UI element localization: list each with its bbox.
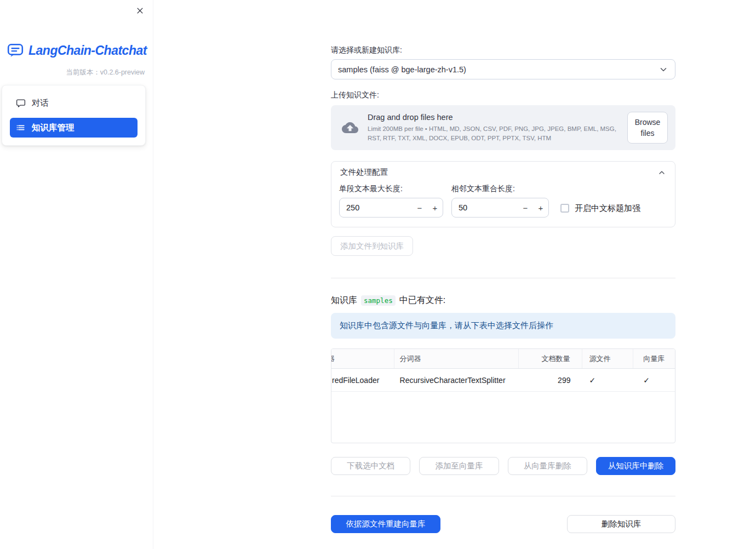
table-row[interactable]: redFileLoader RecursiveCharacterTextSpli…: [331, 369, 675, 392]
app-logo: LangChain-Chatchat: [7, 42, 153, 59]
section-divider: [331, 496, 675, 496]
file-actions-row: 下载选中文档 添加至向量库 从向量库删除 从知识库中删除: [331, 457, 675, 475]
list-icon: [16, 123, 26, 133]
kb-files-heading-prefix: 知识库: [331, 295, 357, 306]
section-divider: [331, 278, 675, 278]
add-files-to-kb-button[interactable]: 添加文件到知识库: [331, 236, 413, 256]
kb-select[interactable]: samples (faiss @ bge-large-zh-v1.5): [331, 59, 675, 79]
chunk-size-input[interactable]: 250 − +: [339, 198, 443, 218]
chunk-size-label: 单段文本最大长度:: [339, 184, 443, 194]
upload-cloud-icon: [340, 119, 360, 136]
chunk-overlap-increment-button[interactable]: +: [533, 203, 548, 213]
chunk-overlap-decrement-button[interactable]: −: [518, 203, 533, 213]
sidebar-menu: 对话 知识库管理: [2, 85, 146, 146]
sidebar-item-knowledge-base[interactable]: 知识库管理: [10, 118, 138, 138]
chevron-down-icon: [658, 65, 668, 75]
table-header-row: 器 分词器 文档数量 源文件 向量库: [331, 349, 675, 369]
version-label: 当前版本：: [66, 68, 100, 76]
chunk-overlap-label: 相邻文本重合长度:: [451, 184, 549, 194]
table-header-source-file[interactable]: 源文件: [582, 349, 633, 368]
menu-item-label: 知识库管理: [32, 122, 75, 134]
check-icon: ✓: [643, 376, 650, 385]
file-config-expander-header[interactable]: 文件处理配置: [331, 162, 675, 183]
kb-files-table[interactable]: 器 分词器 文档数量 源文件 向量库 redFileLoader Recursi…: [331, 348, 675, 443]
kb-files-heading-suffix: 中已有文件:: [399, 295, 445, 306]
kb-bottom-actions: 依据源文件重建向量库 删除知识库: [331, 515, 675, 533]
version-value: v0.2.6-preview: [100, 68, 145, 76]
plus-icon: +: [539, 203, 543, 213]
plus-icon: +: [433, 203, 438, 213]
version-text: 当前版本：v0.2.6-preview: [0, 68, 153, 77]
main-content: 请选择或新建知识库: samples (faiss @ bge-large-zh…: [153, 0, 756, 549]
chunk-overlap-input[interactable]: 50 − +: [451, 198, 549, 218]
kb-files-heading: 知识库 samples 中已有文件:: [331, 295, 675, 306]
chunk-overlap-value: 50: [452, 203, 518, 212]
dropzone-title: Drag and drop files here: [368, 113, 620, 122]
chunk-size-decrement-button[interactable]: −: [412, 203, 427, 213]
zh-title-enhance-label: 开启中文标题加强: [575, 203, 640, 214]
upload-label: 上传知识文件:: [331, 90, 675, 100]
checkbox-unchecked-icon: [560, 204, 569, 213]
remove-from-vector-store-button[interactable]: 从向量库删除: [508, 457, 587, 475]
logo-text: LangChain-Chatchat: [28, 43, 147, 58]
dropzone-limits: Limit 200MB per file • HTML, MD, JSON, C…: [368, 124, 620, 142]
cell-doc-count: 299: [519, 369, 583, 391]
chat-bubble-icon: [16, 98, 26, 108]
menu-item-label: 对话: [32, 98, 49, 109]
expander-title: 文件处理配置: [340, 167, 388, 178]
delete-knowledge-base-button[interactable]: 删除知识库: [567, 515, 675, 533]
minus-icon: −: [523, 203, 528, 213]
rebuild-vector-store-button[interactable]: 依据源文件重建向量库: [331, 515, 440, 533]
chevron-up-icon: [657, 168, 666, 177]
minus-icon: −: [417, 203, 422, 213]
zh-title-enhance-checkbox[interactable]: 开启中文标题加强: [560, 203, 640, 214]
file-dropzone[interactable]: Drag and drop files here Limit 200MB per…: [331, 105, 675, 150]
delete-from-kb-button[interactable]: 从知识库中删除: [596, 457, 675, 475]
table-header-doc-count[interactable]: 文档数量: [519, 349, 583, 368]
download-selected-button[interactable]: 下载选中文档: [331, 457, 410, 475]
sidebar-item-chat[interactable]: 对话: [10, 93, 138, 113]
close-icon: [136, 7, 144, 15]
logo-chat-icon: [7, 42, 24, 59]
chunk-size-increment-button[interactable]: +: [427, 203, 443, 213]
sidebar-close-button[interactable]: [134, 4, 146, 17]
browse-files-button[interactable]: Browse files: [627, 112, 668, 144]
kb-select-value: samples (faiss @ bge-large-zh-v1.5): [338, 65, 466, 74]
cell-splitter: RecursiveCharacterTextSplitter: [394, 369, 519, 391]
cell-vector-check: ✓: [633, 369, 675, 391]
table-header-vector-store[interactable]: 向量库: [633, 349, 675, 368]
kb-select-label: 请选择或新建知识库:: [331, 45, 675, 55]
sidebar: LangChain-Chatchat 当前版本：v0.2.6-preview 对…: [0, 0, 153, 549]
cell-loader: redFileLoader: [331, 369, 394, 391]
cell-source-check: ✓: [582, 369, 633, 391]
file-config-expander: 文件处理配置 单段文本最大长度: 250 − +: [331, 161, 675, 227]
kb-name-code: samples: [361, 295, 396, 306]
table-header-loader[interactable]: 器: [331, 349, 394, 368]
check-icon: ✓: [589, 376, 595, 385]
info-banner: 知识库中包含源文件与向量库，请从下表中选择文件后操作: [331, 313, 675, 339]
table-header-splitter[interactable]: 分词器: [394, 349, 519, 368]
app-root: LangChain-Chatchat 当前版本：v0.2.6-preview 对…: [0, 0, 756, 549]
chunk-size-value: 250: [340, 203, 412, 212]
add-to-vector-store-button[interactable]: 添加至向量库: [419, 457, 499, 475]
file-config-body: 单段文本最大长度: 250 − + 相邻文本重合长度: 50 − +: [331, 183, 675, 227]
dropzone-text: Drag and drop files here Limit 200MB per…: [368, 113, 620, 142]
